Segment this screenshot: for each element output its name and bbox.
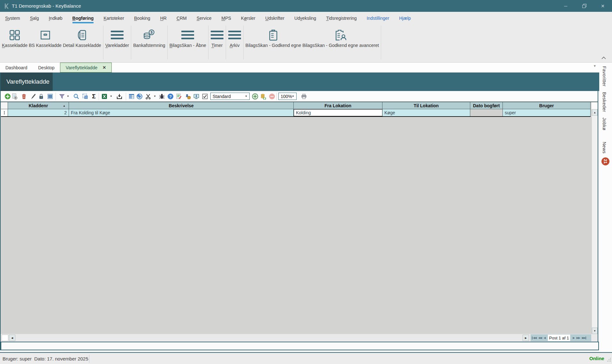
ribbon-item-kassekladde[interactable]: Kassekladde <box>1 24 28 48</box>
tab-vareflyttekladde[interactable]: Vareflyttekladde✕ <box>60 63 112 72</box>
zoom-select[interactable]: 100%▼ <box>278 93 297 100</box>
edit-lines-icon[interactable] <box>176 93 182 100</box>
column-header-selector[interactable] <box>1 102 8 109</box>
row-selector[interactable]: I <box>1 109 8 116</box>
column-header-beskrivelse[interactable]: Beskrivelse <box>69 102 294 109</box>
menu-indkøb[interactable]: Indkøb <box>49 16 63 23</box>
column-header-dato-bogf-rt[interactable]: Dato bogført <box>470 102 503 109</box>
menu-salg[interactable]: Salg <box>30 16 39 23</box>
lock-icon[interactable] <box>38 93 44 100</box>
prev-page-button[interactable]: ◀◀ <box>537 334 543 341</box>
vertical-scrollbar[interactable]: ▲ ▼ <box>592 109 598 334</box>
column-header-fra-lokation[interactable]: Fra Lokation <box>294 102 382 109</box>
minimize-button[interactable]: ─ <box>556 0 575 12</box>
tab-dashboard[interactable]: Dashboard <box>0 63 33 72</box>
view-select[interactable]: Standard▼ <box>210 93 250 100</box>
ribbon-group-separator <box>103 26 103 59</box>
side-tab-news[interactable]: News <box>602 142 607 154</box>
checkbox-icon[interactable] <box>202 93 208 100</box>
select-region-icon[interactable] <box>82 93 88 100</box>
add-circle-icon[interactable] <box>252 93 258 100</box>
ribbon-item-timer[interactable]: Timer <box>210 24 224 48</box>
copy-add-icon[interactable] <box>11 93 18 100</box>
restore-button[interactable] <box>575 0 593 12</box>
add-icon[interactable] <box>4 93 11 100</box>
bug-icon[interactable] <box>159 93 165 100</box>
menu-tidsregistrering[interactable]: Tidsregistrering <box>326 16 357 23</box>
horizontal-scrollbar[interactable]: ◀ ▶ ◀◀ ◀◀ ◀ Post 1 af 1 ▶ ▶▶ ▶▶ <box>1 334 598 342</box>
scroll-up-icon[interactable]: ▲ <box>592 109 598 116</box>
columns-icon[interactable] <box>47 93 53 100</box>
column-header-til-lokation[interactable]: Til Lokation <box>382 102 470 109</box>
menu-udveksling[interactable]: Udveksling <box>294 16 316 23</box>
menu-bogføring[interactable]: Bogføring <box>72 16 94 23</box>
filter-icon[interactable] <box>59 93 65 100</box>
scroll-right-icon[interactable]: ▶ <box>523 335 529 341</box>
coins-sync-icon[interactable] <box>260 93 267 100</box>
ribbon-item-bilagsskan-bne[interactable]: BilagsSkan - Åbne <box>169 24 207 48</box>
menu-mps[interactable]: MPS <box>221 16 231 23</box>
cell-dato-bogfort[interactable] <box>470 109 503 116</box>
delete-icon[interactable] <box>21 93 27 100</box>
ribbon-item-label: Kassekladde <box>2 43 27 48</box>
scroll-down-icon[interactable]: ▼ <box>592 328 598 334</box>
ribbon-item-arkiv[interactable]: Arkiv <box>227 24 242 48</box>
cut-icon[interactable] <box>145 93 151 100</box>
close-button[interactable]: ✕ <box>593 0 612 12</box>
dropdown-arrow-icon[interactable]: ▼ <box>153 93 156 100</box>
refresh-icon[interactable] <box>136 93 143 100</box>
basket-icon[interactable] <box>185 93 191 100</box>
ribbon-item-varekladder[interactable]: Varekladder <box>105 24 130 48</box>
print-icon[interactable] <box>301 93 307 100</box>
next-record-button[interactable]: ▶ <box>572 334 575 341</box>
resize-grip[interactable] <box>607 357 611 363</box>
remove-circle-icon[interactable] <box>269 93 275 100</box>
first-record-button[interactable]: ◀◀ <box>531 334 537 341</box>
cell-kladdenr[interactable]: 2 <box>8 109 69 116</box>
import-tray-icon[interactable] <box>116 93 123 100</box>
tab-label: Dashboard <box>5 65 27 70</box>
menu-kartoteker[interactable]: Kartoteker <box>103 16 124 23</box>
side-tab-favoritter[interactable]: Favoritter <box>602 66 607 87</box>
tab-list-dropdown-icon[interactable]: ▼ <box>593 64 596 68</box>
menu-service[interactable]: Service <box>197 16 212 23</box>
excel-icon[interactable] <box>101 93 108 100</box>
cell-fra-lokation[interactable]: Kolding <box>294 109 382 116</box>
menu-crm[interactable]: CRM <box>177 16 187 23</box>
scroll-left-icon[interactable]: ◀ <box>9 335 15 341</box>
menu-udskrifter[interactable]: Udskrifter <box>265 16 284 23</box>
menu-kørsler[interactable]: Kørsler <box>241 16 255 23</box>
menu-booking[interactable]: Booking <box>134 16 150 23</box>
help-icon[interactable]: ? <box>167 93 174 100</box>
collapse-ribbon-icon[interactable] <box>601 55 606 61</box>
menu-system[interactable]: System <box>5 16 20 23</box>
dropdown-arrow-icon[interactable]: ▼ <box>66 93 70 100</box>
dropdown-arrow-icon[interactable]: ▼ <box>110 93 113 100</box>
search-icon[interactable] <box>73 93 79 100</box>
ribbon-item-detail-kassekladde[interactable]: Detail Kassekladde <box>62 24 102 48</box>
cell-bruger[interactable]: super <box>503 109 591 116</box>
tab-desktop[interactable]: Desktop <box>33 63 60 72</box>
ribbon-item-bilagsskan-godkend-egne-avanceret[interactable]: BilagsSkan - Godkend egne avanceret <box>302 24 380 48</box>
cell-til-lokation[interactable]: Køge <box>382 109 470 116</box>
sum-icon[interactable]: Σ <box>91 93 97 100</box>
ribbon-item-bilagsskan-godkend-egne[interactable]: BilagsSkan - Godkend egne <box>245 24 302 48</box>
menu-hjælp[interactable]: Hjælp <box>399 16 411 23</box>
screen-import-icon[interactable] <box>193 93 200 100</box>
table-data-icon[interactable] <box>128 93 135 100</box>
side-tab-jobkø[interactable]: Jobkø <box>602 118 607 131</box>
menu-bar: SystemSalgIndkøbBogføringKartotekerBooki… <box>0 12 612 24</box>
cell-beskrivelse[interactable]: Fra Kolding til Køge <box>69 109 294 116</box>
next-page-button[interactable]: ▶▶ <box>576 334 581 341</box>
column-header-bruger[interactable]: Bruger <box>503 102 591 109</box>
column-header-kladdenr[interactable]: Kladdenr▲ <box>8 102 69 109</box>
menu-hr[interactable]: HR <box>160 16 167 23</box>
edit-icon[interactable] <box>30 93 36 100</box>
close-tab-icon[interactable]: ✕ <box>102 65 106 70</box>
ribbon-item-bs-kassekladde[interactable]: BS Kassekladde <box>28 24 62 48</box>
menu-indstillinger[interactable]: Indstillinger <box>366 16 389 23</box>
prev-record-button[interactable]: ◀ <box>543 334 546 341</box>
side-tab-beskeder[interactable]: Beskeder <box>602 92 607 112</box>
ribbon-item-bankafstemning[interactable]: $Bankafstemning <box>132 24 166 48</box>
last-record-button[interactable]: ▶▶ <box>581 334 587 341</box>
